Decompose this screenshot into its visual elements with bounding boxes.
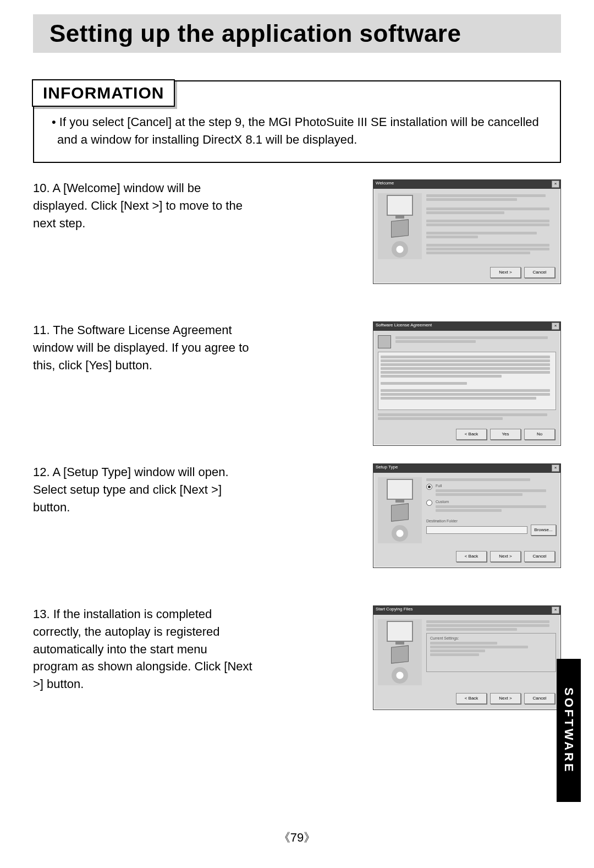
screenshot-setup-type: Setup Type ×: [373, 463, 561, 568]
setup-type-dialog: Setup Type ×: [373, 463, 561, 568]
current-settings-group: Current Settings:: [426, 633, 556, 672]
step-text: 12. A [Setup Type] window will open. Sel…: [33, 463, 253, 516]
page-number: 《79》: [0, 829, 594, 846]
close-icon[interactable]: ×: [552, 323, 559, 330]
back-button[interactable]: < Back: [456, 429, 487, 440]
radio-icon: [426, 500, 432, 506]
step-10: 10. A [Welcome] window will be displayed…: [33, 179, 561, 306]
monitor-icon: [387, 479, 413, 500]
wizard-side-image: [378, 193, 422, 259]
step-text: 11. The Software License Agreement windo…: [33, 321, 253, 374]
cancel-button[interactable]: Cancel: [524, 551, 555, 562]
wizard-side-image: [378, 477, 422, 543]
information-bullet: • If you select [Cancel] at the step 9, …: [47, 113, 547, 149]
close-icon[interactable]: ×: [552, 607, 559, 614]
yes-button[interactable]: Yes: [490, 429, 521, 440]
close-icon[interactable]: ×: [552, 465, 559, 472]
dialog-content: Current Settings:: [426, 619, 556, 685]
screenshot-start-copying: Start Copying Files ×: [373, 605, 561, 710]
back-button[interactable]: < Back: [456, 551, 487, 562]
information-heading: INFORMATION: [32, 79, 175, 107]
back-button[interactable]: < Back: [456, 693, 487, 704]
dialog-button-row: < Back Next > Cancel: [373, 690, 560, 709]
next-button[interactable]: Next >: [490, 693, 521, 704]
welcome-dialog: Welcome ×: [373, 179, 561, 284]
destination-path-field: [426, 526, 527, 534]
page-title: Setting up the application software: [50, 20, 544, 47]
step-12: 12. A [Setup Type] window will open. Sel…: [33, 463, 561, 590]
manual-page: Setting up the application software INFO…: [0, 0, 594, 868]
next-button[interactable]: Next >: [490, 551, 521, 562]
box-icon: [391, 503, 409, 521]
next-button[interactable]: Next >: [490, 267, 521, 278]
monitor-icon: [387, 621, 413, 642]
radio-custom[interactable]: Custom: [426, 499, 556, 513]
screenshot-license: Software License Agreement ×: [373, 321, 561, 446]
box-icon: [391, 645, 409, 663]
box-icon: [391, 219, 409, 237]
cancel-button[interactable]: Cancel: [524, 693, 555, 704]
browse-button[interactable]: Browse...: [531, 525, 556, 536]
radio-icon: [426, 484, 432, 490]
dialog-button-row: < Back Next > Cancel: [373, 548, 560, 567]
dialog-button-row: < Back Yes No: [373, 425, 560, 445]
information-box: INFORMATION • If you select [Cancel] at …: [33, 80, 561, 163]
license-dialog: Software License Agreement ×: [373, 321, 561, 446]
cd-icon: [392, 667, 408, 684]
step-text: 13. If the installation is completed cor…: [33, 605, 253, 693]
dialog-titlebar: Setup Type ×: [373, 464, 560, 473]
radio-full[interactable]: Full: [426, 483, 556, 497]
wizard-side-image: [378, 619, 422, 685]
license-text-area[interactable]: [378, 352, 556, 410]
section-tab-software: SOFTWARE: [557, 659, 581, 802]
step-11: 11. The Software License Agreement windo…: [33, 321, 561, 448]
dialog-titlebar: Software License Agreement ×: [373, 322, 560, 331]
cancel-button[interactable]: Cancel: [524, 267, 555, 278]
close-icon[interactable]: ×: [552, 181, 559, 188]
cd-icon: [392, 241, 408, 258]
step-13: 13. If the installation is completed cor…: [33, 605, 561, 732]
monitor-icon: [387, 195, 413, 216]
screenshot-welcome: Welcome ×: [373, 179, 561, 284]
dialog-button-row: Next > Cancel: [373, 264, 560, 283]
dialog-titlebar: Start Copying Files ×: [373, 606, 560, 615]
step-text: 10. A [Welcome] window will be displayed…: [33, 179, 253, 232]
no-button[interactable]: No: [524, 429, 555, 440]
destination-folder: Destination Folder Browse...: [426, 518, 556, 536]
cd-icon: [392, 525, 408, 542]
start-copying-dialog: Start Copying Files ×: [373, 605, 561, 710]
dialog-content: [426, 193, 556, 259]
page-title-bar: Setting up the application software: [33, 14, 561, 53]
document-icon: [378, 335, 391, 348]
dialog-titlebar: Welcome ×: [373, 180, 560, 189]
steps-list: 10. A [Welcome] window will be displayed…: [33, 179, 561, 732]
dialog-content: Full Custom: [426, 477, 556, 543]
